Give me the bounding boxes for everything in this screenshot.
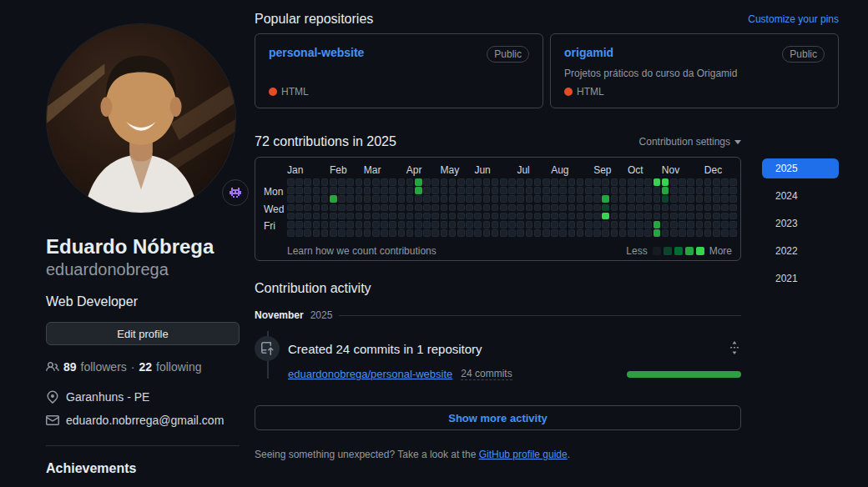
contribution-cell[interactable] [449, 221, 457, 228]
contribution-cell[interactable] [338, 229, 346, 237]
contribution-cell[interactable] [304, 195, 311, 203]
contribution-cell[interactable] [415, 229, 422, 237]
contribution-cell[interactable] [636, 229, 643, 237]
contribution-cell[interactable] [457, 221, 465, 228]
contribution-cell[interactable] [628, 213, 635, 220]
contribution-cell[interactable] [713, 221, 720, 228]
contribution-cell[interactable] [449, 195, 457, 203]
contribution-cell[interactable] [611, 213, 618, 220]
contribution-cell[interactable] [559, 229, 567, 237]
contribution-cell[interactable] [338, 213, 346, 220]
contribution-cell[interactable] [304, 229, 311, 237]
contribution-cell[interactable] [654, 178, 661, 186]
contribution-cell[interactable] [526, 229, 533, 237]
contribution-cell[interactable] [696, 204, 704, 212]
email-link[interactable]: eduardo.nobrrega@gmail.com [66, 414, 224, 427]
contribution-cell[interactable] [492, 195, 499, 203]
contribution-cell[interactable] [431, 204, 439, 212]
contribution-cell[interactable] [500, 221, 507, 228]
contribution-cell[interactable] [517, 204, 524, 212]
contribution-cell[interactable] [372, 195, 380, 203]
year-filter-2022[interactable]: 2022 [762, 241, 839, 261]
contribution-cell[interactable] [346, 178, 354, 186]
contribution-cell[interactable] [585, 213, 593, 220]
contribution-cell[interactable] [542, 229, 550, 237]
contribution-cell[interactable] [304, 204, 311, 212]
contribution-cell[interactable] [423, 178, 431, 186]
contribution-cell[interactable] [356, 195, 363, 203]
contribution-cell[interactable] [585, 204, 593, 212]
contribution-cell[interactable] [679, 204, 686, 212]
contribution-cell[interactable] [568, 229, 576, 237]
contribution-cell[interactable] [526, 178, 533, 186]
contribution-cell[interactable] [696, 195, 704, 203]
contribution-cell[interactable] [636, 187, 643, 194]
contribution-cell[interactable] [534, 187, 542, 194]
contribution-cell[interactable] [423, 213, 431, 220]
contribution-cell[interactable] [330, 221, 337, 228]
contribution-cell[interactable] [508, 204, 516, 212]
contribution-cell[interactable] [466, 178, 473, 186]
contribution-cell[interactable] [662, 221, 669, 228]
contribution-cell[interactable] [466, 213, 473, 220]
contribution-cell[interactable] [346, 213, 354, 220]
commit-repo-link[interactable]: eduardonobrega/personal-website [288, 368, 452, 380]
contribution-cell[interactable] [321, 178, 329, 186]
contribution-cell[interactable] [602, 187, 609, 194]
contribution-cell[interactable] [356, 204, 363, 212]
contribution-cell[interactable] [431, 213, 439, 220]
contribution-cell[interactable] [534, 195, 542, 203]
contribution-cell[interactable] [721, 229, 729, 237]
contribution-cell[interactable] [389, 187, 396, 194]
contribution-cell[interactable] [654, 187, 661, 194]
contribution-cell[interactable] [593, 204, 601, 212]
contribution-cell[interactable] [415, 178, 422, 186]
contribution-cell[interactable] [321, 187, 329, 194]
contribution-cell[interactable] [287, 187, 295, 194]
contribution-cell[interactable] [517, 213, 524, 220]
contribution-cell[interactable] [372, 187, 380, 194]
contribution-cell[interactable] [508, 195, 516, 203]
contribution-cell[interactable] [662, 195, 669, 203]
contribution-cell[interactable] [679, 195, 686, 203]
contribution-cell[interactable] [679, 213, 686, 220]
contribution-cell[interactable] [313, 204, 320, 212]
contribution-cell[interactable] [483, 204, 491, 212]
contribution-cell[interactable] [729, 195, 737, 203]
contribution-cell[interactable] [500, 204, 507, 212]
contribution-cell[interactable] [602, 204, 609, 212]
contribution-cell[interactable] [611, 221, 618, 228]
contribution-cell[interactable] [483, 213, 491, 220]
contribution-cell[interactable] [670, 229, 678, 237]
contribution-cell[interactable] [636, 204, 643, 212]
contribution-cell[interactable] [431, 229, 439, 237]
contribution-cell[interactable] [696, 187, 704, 194]
contribution-cell[interactable] [534, 204, 542, 212]
contribution-cell[interactable] [466, 221, 473, 228]
contribution-cell[interactable] [721, 195, 729, 203]
contribution-cell[interactable] [534, 221, 542, 228]
contribution-cell[interactable] [441, 221, 448, 228]
contribution-cell[interactable] [559, 221, 567, 228]
contribution-cell[interactable] [577, 178, 584, 186]
contribution-cell[interactable] [593, 221, 601, 228]
contribution-cell[interactable] [313, 187, 320, 194]
contribution-cell[interactable] [423, 187, 431, 194]
contribution-cell[interactable] [346, 195, 354, 203]
contribution-cell[interactable] [602, 213, 609, 220]
contribution-cell[interactable] [423, 204, 431, 212]
contribution-cell[interactable] [500, 213, 507, 220]
contribution-cell[interactable] [704, 213, 712, 220]
contribution-cell[interactable] [457, 229, 465, 237]
contribution-cell[interactable] [611, 195, 618, 203]
contribution-cell[interactable] [441, 195, 448, 203]
contribution-cell[interactable] [670, 221, 678, 228]
contribution-cell[interactable] [593, 213, 601, 220]
contribution-cell[interactable] [389, 221, 396, 228]
contribution-cell[interactable] [568, 213, 576, 220]
contribution-cell[interactable] [585, 195, 593, 203]
contribution-cell[interactable] [670, 204, 678, 212]
contribution-cell[interactable] [636, 195, 643, 203]
contribution-cell[interactable] [619, 221, 627, 228]
contribution-cell[interactable] [406, 178, 414, 186]
